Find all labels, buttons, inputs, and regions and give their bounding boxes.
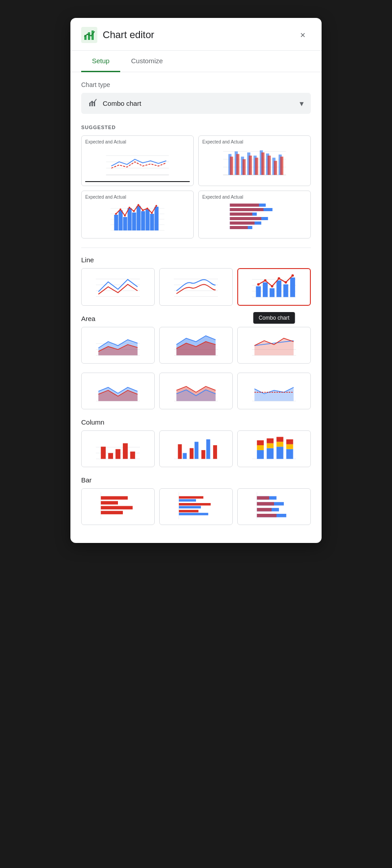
svg-point-49 [120, 208, 122, 210]
area-chart-6[interactable] [237, 373, 311, 409]
svg-rect-127 [190, 448, 194, 459]
svg-rect-163 [257, 508, 272, 512]
suggested-chart-4-title: Expected and Actual [202, 195, 307, 200]
svg-point-52 [133, 210, 135, 212]
area-chart-5-svg [163, 377, 229, 404]
column-chart-2[interactable] [159, 430, 233, 467]
suggested-label: SUGGESTED [81, 125, 311, 130]
svg-rect-131 [213, 445, 217, 459]
svg-rect-137 [267, 443, 274, 448]
area-chart-6-svg [241, 377, 307, 404]
suggested-chart-1-title: Expected and Actual [85, 139, 190, 144]
svg-point-57 [156, 205, 157, 207]
bar-chart-3[interactable] [237, 488, 311, 525]
svg-point-48 [115, 213, 117, 215]
suggested-chart-3-svg [85, 201, 190, 233]
svg-rect-136 [267, 448, 274, 459]
suggested-chart-3-title: Expected and Actual [85, 195, 190, 200]
dialog-title: Chart editor [103, 29, 295, 41]
area-chart-3[interactable] [237, 327, 311, 364]
svg-rect-40 [123, 217, 127, 230]
svg-rect-148 [101, 506, 133, 510]
svg-rect-65 [230, 217, 261, 220]
svg-point-93 [292, 274, 294, 277]
line-chart-2[interactable] [159, 268, 233, 306]
svg-rect-147 [101, 501, 118, 505]
suggested-chart-4[interactable]: Expected and Actual [198, 191, 311, 239]
svg-rect-130 [206, 439, 210, 459]
bar-chart-1[interactable] [81, 488, 155, 525]
combo-chart-thumb[interactable]: Combo chart [237, 268, 311, 306]
svg-marker-105 [254, 338, 293, 355]
svg-rect-82 [256, 286, 261, 297]
svg-rect-42 [132, 213, 136, 230]
svg-rect-153 [179, 503, 211, 505]
svg-rect-128 [195, 442, 199, 459]
svg-rect-121 [116, 449, 121, 459]
area-chart-1[interactable] [81, 327, 155, 364]
suggested-chart-2[interactable]: Expected and Actual [198, 135, 311, 186]
tab-customize[interactable]: Customize [120, 51, 174, 72]
svg-rect-133 [257, 450, 264, 459]
area-charts-grid-2 [81, 373, 311, 409]
svg-point-90 [271, 285, 273, 287]
content-area: Chart type Combo chart ▾ SUGGESTED Expec… [70, 72, 322, 543]
line-section-title: Line [81, 256, 311, 264]
line-chart-1-svg [85, 272, 151, 299]
chart-type-label: Chart type [81, 81, 311, 88]
svg-rect-31 [274, 161, 277, 175]
svg-rect-142 [286, 449, 293, 459]
svg-point-89 [264, 279, 266, 282]
suggested-chart-1[interactable]: Expected and Actual [81, 135, 194, 186]
close-button[interactable]: × [295, 27, 311, 43]
area-chart-2[interactable] [159, 327, 233, 364]
line-charts-grid: Combo chart [81, 268, 311, 306]
svg-rect-46 [150, 214, 154, 230]
svg-rect-156 [179, 513, 208, 515]
svg-rect-39 [119, 210, 123, 230]
svg-rect-27 [249, 156, 252, 175]
svg-rect-149 [101, 511, 123, 514]
svg-rect-47 [155, 207, 159, 230]
svg-rect-86 [283, 284, 288, 297]
svg-rect-24 [230, 156, 233, 175]
column-section-title: Column [81, 418, 311, 426]
bar-section-title: Bar [81, 476, 311, 484]
column-chart-1[interactable] [81, 430, 155, 467]
section-divider-1 [81, 247, 311, 248]
svg-rect-44 [141, 211, 145, 230]
svg-point-50 [124, 215, 126, 217]
svg-point-56 [151, 212, 153, 214]
column-chart-3[interactable] [237, 430, 311, 467]
chart-type-dropdown[interactable]: Combo chart ▾ [81, 93, 311, 114]
combo-chart-svg [242, 273, 306, 299]
dropdown-arrow-icon: ▾ [300, 99, 304, 108]
svg-point-55 [147, 208, 148, 209]
svg-rect-63 [230, 213, 253, 216]
area-chart-4[interactable] [81, 373, 155, 409]
tab-setup[interactable]: Setup [81, 51, 120, 72]
svg-rect-123 [130, 451, 135, 459]
svg-rect-38 [114, 215, 118, 230]
svg-rect-85 [276, 280, 281, 297]
svg-rect-139 [276, 447, 283, 459]
suggested-chart-4-svg [202, 201, 307, 233]
chart-editor-dialog: Chart editor × Setup Customize Chart typ… [70, 18, 322, 543]
svg-rect-161 [257, 502, 274, 506]
svg-point-54 [142, 209, 144, 211]
svg-rect-83 [263, 282, 268, 297]
suggested-charts-grid: Expected and Actual Expected and Actual [81, 135, 311, 239]
combo-chart-icon [88, 97, 98, 109]
svg-rect-26 [243, 159, 246, 175]
bar-chart-2[interactable] [159, 488, 233, 525]
svg-rect-126 [183, 453, 187, 459]
area-chart-5[interactable] [159, 373, 233, 409]
area-chart-3-svg [241, 331, 307, 358]
line-chart-1[interactable] [81, 268, 155, 306]
svg-rect-87 [290, 278, 295, 297]
svg-point-51 [129, 207, 131, 208]
suggested-chart-3[interactable]: Expected and Actual [81, 191, 194, 239]
svg-rect-67 [230, 221, 255, 225]
svg-rect-140 [276, 442, 283, 447]
svg-rect-143 [286, 444, 293, 449]
